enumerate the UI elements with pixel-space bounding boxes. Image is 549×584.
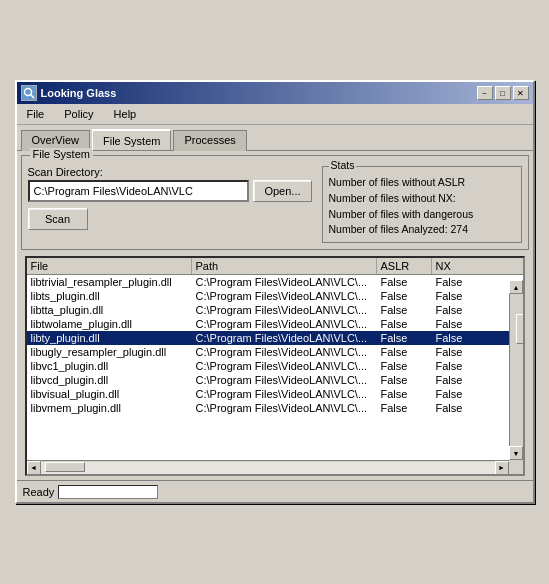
table-row[interactable]: libvc1_plugin.dll C:\Program Files\Video… bbox=[27, 359, 523, 373]
col-header-aslr: ASLR bbox=[377, 258, 432, 274]
cell-aslr: False bbox=[377, 275, 432, 289]
cell-path: C:\Program Files\VideoLAN\VLC\... bbox=[192, 373, 377, 387]
scan-area: Scan Directory: Open... Scan Stats Numbe… bbox=[28, 160, 522, 243]
scan-directory-label: Scan Directory: bbox=[28, 166, 312, 178]
table-body: libtrivial_resampler_plugin.dll C:\Progr… bbox=[27, 275, 523, 469]
file-system-group: File System Scan Directory: Open... Scan… bbox=[21, 155, 529, 250]
cell-path: C:\Program Files\VideoLAN\VLC\... bbox=[192, 289, 377, 303]
menu-help[interactable]: Help bbox=[108, 106, 143, 122]
menu-policy[interactable]: Policy bbox=[58, 106, 99, 122]
cell-path: C:\Program Files\VideoLAN\VLC\... bbox=[192, 275, 377, 289]
title-bar: Looking Glass − □ ✕ bbox=[17, 82, 533, 104]
table-row[interactable]: libtta_plugin.dll C:\Program Files\Video… bbox=[27, 303, 523, 317]
cell-file: libtwolame_plugin.dll bbox=[27, 317, 192, 331]
cell-nx: False bbox=[432, 401, 487, 415]
cell-aslr: False bbox=[377, 359, 432, 373]
cell-nx: False bbox=[432, 303, 487, 317]
scan-left: Scan Directory: Open... Scan bbox=[28, 166, 312, 230]
cell-aslr: False bbox=[377, 345, 432, 359]
cell-aslr: False bbox=[377, 401, 432, 415]
stats-line-1: Number of files without ASLR bbox=[329, 175, 515, 191]
table-header: File Path ASLR NX bbox=[27, 258, 523, 275]
stats-line-3: Number of files with dangerous bbox=[329, 207, 515, 223]
scrollbar-horizontal[interactable]: ◄ ► bbox=[27, 460, 509, 474]
scroll-corner bbox=[509, 460, 523, 474]
table-row[interactable]: libts_plugin.dll C:\Program Files\VideoL… bbox=[27, 289, 523, 303]
table-row[interactable]: libtwolame_plugin.dll C:\Program Files\V… bbox=[27, 317, 523, 331]
table-row[interactable]: libty_plugin.dll C:\Program Files\VideoL… bbox=[27, 331, 523, 345]
main-window: Looking Glass − □ ✕ File Policy Help Ove… bbox=[15, 80, 535, 504]
open-button[interactable]: Open... bbox=[253, 180, 311, 202]
scan-button[interactable]: Scan bbox=[28, 208, 88, 230]
cell-path: C:\Program Files\VideoLAN\VLC\... bbox=[192, 331, 377, 345]
cell-file: libty_plugin.dll bbox=[27, 331, 192, 345]
cell-file: libts_plugin.dll bbox=[27, 289, 192, 303]
scroll-track-h bbox=[41, 462, 495, 474]
scroll-thumb-v[interactable] bbox=[516, 314, 525, 344]
cell-file: libvisual_plugin.dll bbox=[27, 387, 192, 401]
window-title: Looking Glass bbox=[41, 87, 117, 99]
cell-file: libtta_plugin.dll bbox=[27, 303, 192, 317]
table-row[interactable]: libvisual_plugin.dll C:\Program Files\Vi… bbox=[27, 387, 523, 401]
tab-bar: OverView File System Processes bbox=[17, 125, 533, 150]
cell-nx: False bbox=[432, 317, 487, 331]
status-bar: Ready bbox=[17, 480, 533, 502]
title-bar-left: Looking Glass bbox=[21, 85, 117, 101]
table-row[interactable]: libugly_resampler_plugin.dll C:\Program … bbox=[27, 345, 523, 359]
cell-aslr: False bbox=[377, 373, 432, 387]
col-header-path: Path bbox=[192, 258, 377, 274]
tab-processes[interactable]: Processes bbox=[173, 130, 246, 151]
cell-aslr: False bbox=[377, 289, 432, 303]
file-table: File Path ASLR NX libtrivial_resampler_p… bbox=[25, 256, 525, 476]
maximize-button[interactable]: □ bbox=[495, 86, 511, 100]
cell-nx: False bbox=[432, 345, 487, 359]
cell-file: libvmem_plugin.dll bbox=[27, 401, 192, 415]
status-text: Ready bbox=[23, 486, 55, 498]
col-header-nx: NX bbox=[432, 258, 487, 274]
tab-filesystem[interactable]: File System bbox=[92, 129, 171, 150]
scroll-thumb-h[interactable] bbox=[45, 462, 85, 472]
cell-file: libvcd_plugin.dll bbox=[27, 373, 192, 387]
scroll-up-button[interactable]: ▲ bbox=[509, 280, 523, 294]
cell-path: C:\Program Files\VideoLAN\VLC\... bbox=[192, 303, 377, 317]
cell-file: libtrivial_resampler_plugin.dll bbox=[27, 275, 192, 289]
stats-line-2: Number of files without NX: bbox=[329, 191, 515, 207]
minimize-button[interactable]: − bbox=[477, 86, 493, 100]
close-button[interactable]: ✕ bbox=[513, 86, 529, 100]
cell-nx: False bbox=[432, 373, 487, 387]
cell-nx: False bbox=[432, 387, 487, 401]
menu-file[interactable]: File bbox=[21, 106, 51, 122]
cell-file: libvc1_plugin.dll bbox=[27, 359, 192, 373]
scrollbar-vertical[interactable]: ▲ ▼ bbox=[509, 280, 523, 460]
app-icon bbox=[21, 85, 37, 101]
stats-line-4: Number of files Analyzed: 274 bbox=[329, 222, 515, 238]
title-buttons: − □ ✕ bbox=[477, 86, 529, 100]
svg-point-0 bbox=[24, 89, 31, 96]
table-row[interactable]: libtrivial_resampler_plugin.dll C:\Progr… bbox=[27, 275, 523, 289]
cell-aslr: False bbox=[377, 331, 432, 345]
stats-group: Stats Number of files without ASLR Numbe… bbox=[322, 166, 522, 243]
cell-aslr: False bbox=[377, 303, 432, 317]
status-progress bbox=[58, 485, 158, 499]
svg-line-1 bbox=[30, 95, 34, 99]
cell-nx: False bbox=[432, 275, 487, 289]
col-header-file: File bbox=[27, 258, 192, 274]
cell-nx: False bbox=[432, 289, 487, 303]
table-row[interactable]: libvmem_plugin.dll C:\Program Files\Vide… bbox=[27, 401, 523, 415]
scroll-left-button[interactable]: ◄ bbox=[27, 461, 41, 475]
scan-directory-input[interactable] bbox=[28, 180, 250, 202]
menu-bar: File Policy Help bbox=[17, 104, 533, 125]
stats-group-title: Stats bbox=[329, 159, 357, 171]
scan-directory-row: Open... bbox=[28, 180, 312, 202]
scroll-down-button[interactable]: ▼ bbox=[509, 446, 523, 460]
content-area: File System Scan Directory: Open... Scan… bbox=[17, 150, 533, 480]
cell-file: libugly_resampler_plugin.dll bbox=[27, 345, 192, 359]
scroll-right-button[interactable]: ► bbox=[495, 461, 509, 475]
cell-path: C:\Program Files\VideoLAN\VLC\... bbox=[192, 387, 377, 401]
cell-path: C:\Program Files\VideoLAN\VLC\... bbox=[192, 317, 377, 331]
table-row[interactable]: libvcd_plugin.dll C:\Program Files\Video… bbox=[27, 373, 523, 387]
cell-nx: False bbox=[432, 331, 487, 345]
cell-path: C:\Program Files\VideoLAN\VLC\... bbox=[192, 359, 377, 373]
cell-aslr: False bbox=[377, 387, 432, 401]
cell-nx: False bbox=[432, 359, 487, 373]
